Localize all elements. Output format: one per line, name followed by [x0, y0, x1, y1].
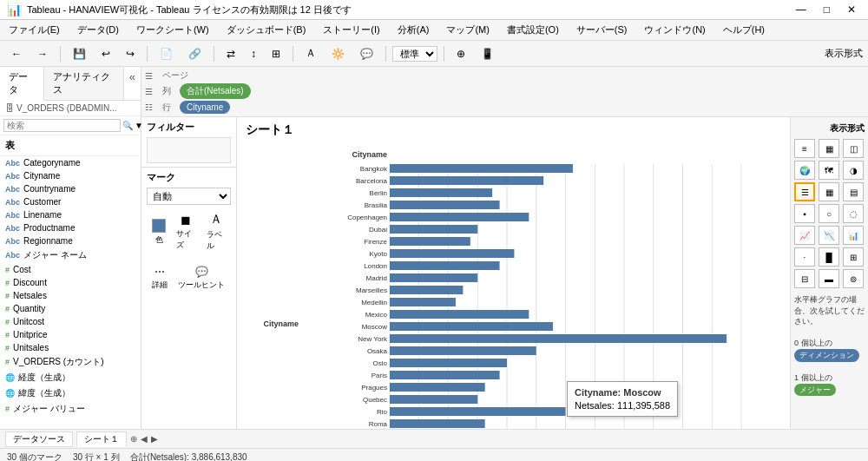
chart-type-symbol-map[interactable]: 🌍: [794, 161, 815, 180]
toolbar-redo[interactable]: ↪: [120, 45, 141, 63]
field-countryname[interactable]: Abc Countryname: [0, 182, 141, 195]
svg-rect-40: [390, 322, 553, 331]
menu-item-i[interactable]: ストーリー(I): [319, 22, 383, 38]
field-customer[interactable]: Abc Customer: [0, 195, 141, 208]
tooltip-button[interactable]: 💬 ツールヒント: [174, 262, 228, 294]
toolbar: ← → 💾 ↩ ↪ 📄 🔗 ⇄ ↕ ⊞ Ａ 🔆 💬 標準 ⊕ 📱 表示形式: [0, 41, 868, 67]
toolbar-back[interactable]: ←: [5, 45, 28, 63]
color-button[interactable]: 色: [148, 215, 169, 249]
tab-data-source[interactable]: データソース: [5, 431, 73, 447]
rows-shelf-label: 行: [162, 102, 176, 114]
menu-item-a[interactable]: 分析(A): [394, 22, 433, 38]
toolbar-tooltip[interactable]: 💬: [354, 45, 379, 63]
field-measure-name[interactable]: Abc メジャー ネーム: [0, 247, 141, 263]
toolbar-present[interactable]: ⊕: [450, 45, 471, 63]
svg-text:Barcelona: Barcelona: [356, 177, 388, 185]
toolbar-text[interactable]: Ａ: [299, 43, 322, 63]
search-input[interactable]: [3, 119, 121, 132]
toolbar-undo[interactable]: ↩: [95, 45, 116, 63]
menu-item-h[interactable]: ヘルプ(H): [720, 22, 768, 38]
chart-type-side-by-side-circle[interactable]: ◌: [843, 204, 864, 223]
menu-item-b[interactable]: ダッシュボード(B): [223, 22, 310, 38]
field-netsales[interactable]: # Netsales: [0, 289, 141, 302]
add-sheet-icon[interactable]: ⊕: [130, 434, 137, 444]
chart-type-text-table[interactable]: ≡: [794, 139, 815, 158]
field-unitprice[interactable]: # Unitprice: [0, 328, 141, 341]
close-button[interactable]: ✕: [842, 3, 861, 16]
chart-type-heat-map[interactable]: ▦: [819, 139, 839, 158]
chart-type-histogram[interactable]: █: [819, 247, 839, 267]
label-button[interactable]: Ａ ラベル: [203, 208, 230, 255]
menu-item-e[interactable]: ファイル(E): [5, 22, 63, 38]
field-linename[interactable]: Abc Linename: [0, 208, 141, 221]
chart-type-side-by-side-bar[interactable]: ▤: [843, 182, 864, 201]
chart-type-treemap[interactable]: ▪: [794, 204, 815, 223]
field-measure-values[interactable]: # メジャー バリュー: [0, 401, 141, 417]
columns-pill[interactable]: 合計(Netsales): [180, 83, 251, 99]
chart-type-highlight-table[interactable]: ◫: [843, 139, 864, 158]
chart-type-circle[interactable]: ○: [819, 204, 839, 223]
tab-data[interactable]: データ: [0, 67, 44, 101]
menu-item-o[interactable]: 書式設定(O): [503, 22, 562, 38]
field-regionname[interactable]: Abc Regionname: [0, 234, 141, 247]
field-discount[interactable]: # Discount: [0, 276, 141, 289]
chart-type-horizontal-bar[interactable]: ☰: [794, 182, 815, 201]
toolbar-connect[interactable]: 🔗: [182, 45, 207, 63]
chart-type-gantt[interactable]: ⊟: [794, 269, 815, 288]
field-latitude[interactable]: 🌐 緯度（生成）: [0, 385, 141, 401]
toolbar-device[interactable]: 📱: [475, 45, 500, 63]
field-categoryname[interactable]: Abc Categoryname: [0, 156, 141, 169]
menu-item-w[interactable]: ワークシート(W): [133, 22, 213, 38]
marks-type-select[interactable]: 自動: [147, 188, 231, 205]
chart-type-pie[interactable]: ◑: [843, 161, 864, 180]
field-unitsales[interactable]: # Unitsales: [0, 341, 141, 354]
menu-item-m[interactable]: マップ(M): [443, 22, 493, 38]
toolbar-sep-4: [293, 46, 293, 62]
field-cost[interactable]: # Cost: [0, 263, 141, 276]
svg-rect-22: [390, 213, 529, 221]
chart-type-area[interactable]: 📉: [819, 226, 839, 245]
chart-type-filled-map[interactable]: 🗺: [819, 161, 839, 180]
toolbar-new-ds[interactable]: 📄: [154, 45, 179, 63]
bottom-tabs: データソース シート１ ⊕ ◀ ▶: [0, 429, 868, 448]
maximize-button[interactable]: □: [819, 3, 835, 16]
rows-pill[interactable]: Cityname: [180, 101, 230, 114]
svg-text:Rio: Rio: [377, 408, 388, 416]
search-icon[interactable]: 🔍: [122, 121, 133, 130]
center-area: ☰ ページ ☰ 列 合計(Netsales) ☷ 行 Cityname フィルタ…: [141, 67, 868, 429]
chart-type-scatter[interactable]: ·: [794, 247, 815, 267]
chart-type-bullet[interactable]: ▬: [819, 269, 839, 288]
detail-button[interactable]: ⋯ 詳細: [148, 262, 171, 294]
field-quantity[interactable]: # Quantity: [0, 302, 141, 315]
toolbar-forward[interactable]: →: [31, 45, 54, 63]
field-label: Cost: [13, 265, 31, 274]
field-vorders-count[interactable]: # V_ORDERS (カウント): [0, 354, 141, 370]
field-unitcost[interactable]: # Unitcost: [0, 315, 141, 328]
field-longitude[interactable]: 🌐 経度（生成）: [0, 370, 141, 385]
toolbar-swap[interactable]: ⇄: [220, 45, 241, 63]
chart-container[interactable]: Cityname BangkokBarcelonaBerlinBrasiliaC…: [237, 138, 790, 429]
panel-collapse[interactable]: «: [124, 67, 141, 100]
toolbar-sort[interactable]: ↕: [245, 45, 262, 63]
toolbar-save[interactable]: 💾: [67, 45, 92, 63]
size-button[interactable]: ◼ サイズ: [173, 209, 200, 254]
toolbar-highlight[interactable]: 🔆: [326, 45, 351, 63]
tab-nav-right[interactable]: ▶: [151, 434, 158, 444]
tab-nav-left[interactable]: ◀: [141, 434, 148, 444]
chart-type-bar[interactable]: 📊: [843, 226, 864, 245]
dim-icon: Abc: [5, 172, 20, 181]
menu-item-s[interactable]: サーバー(S): [573, 22, 631, 38]
field-cityname[interactable]: Abc Cityname: [0, 169, 141, 182]
tab-analytics[interactable]: アナリティクス: [44, 67, 124, 100]
minimize-button[interactable]: —: [791, 3, 812, 16]
chart-type-box-plot[interactable]: ⊞: [843, 247, 864, 267]
chart-type-stacked-bar[interactable]: ▦: [819, 182, 839, 201]
menu-item-n[interactable]: ウィンドウ(N): [641, 22, 708, 38]
field-productname[interactable]: Abc Productname: [0, 221, 141, 234]
menu-item-d[interactable]: データ(D): [74, 22, 122, 38]
chart-type-line[interactable]: 📈: [794, 226, 815, 245]
tab-sheet1[interactable]: シート１: [76, 431, 127, 447]
toolbar-fit[interactable]: ⊞: [266, 45, 286, 63]
chart-type-packed-bubble[interactable]: ⊚: [843, 269, 864, 288]
standard-select[interactable]: 標準: [392, 46, 437, 62]
